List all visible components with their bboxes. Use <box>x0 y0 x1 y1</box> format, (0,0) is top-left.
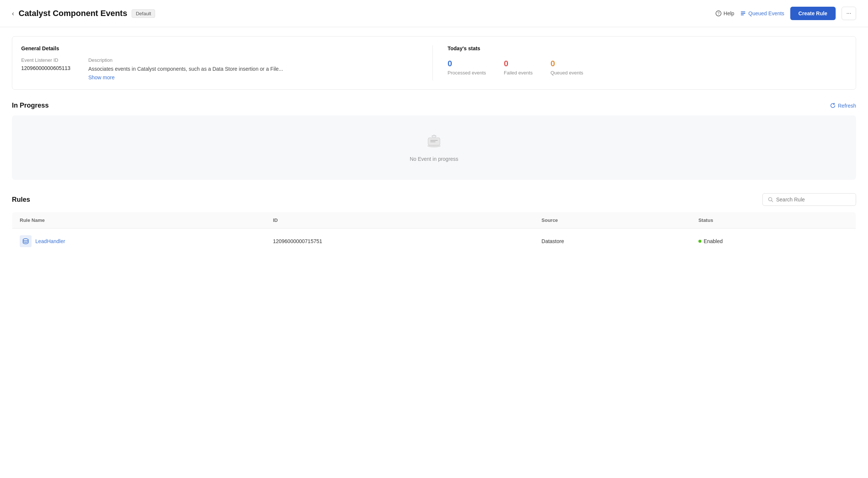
col-id: ID <box>266 212 534 229</box>
rule-name-group: LeadHandler <box>20 235 258 247</box>
failed-events-stat: 0 Failed events <box>504 59 533 76</box>
search-rule-container <box>762 193 856 206</box>
event-listener-id-value: 12096000000605113 <box>21 65 70 71</box>
failed-events-label: Failed events <box>504 70 533 76</box>
page-header: ‹ Catalyst Component Events Default ? He… <box>0 0 868 27</box>
processed-events-label: Processed events <box>448 70 486 76</box>
datastore-icon <box>22 238 29 245</box>
svg-rect-7 <box>430 140 438 141</box>
refresh-icon <box>830 103 836 108</box>
failed-events-count: 0 <box>504 59 533 68</box>
col-status: Status <box>691 212 856 229</box>
refresh-button[interactable]: Refresh <box>830 103 856 109</box>
queued-events-icon <box>740 10 746 16</box>
rules-section: Rules Rule Name ID Source Status <box>12 193 856 254</box>
in-progress-title: In Progress <box>12 102 49 109</box>
search-rule-input[interactable] <box>776 197 851 203</box>
header-left: ‹ Catalyst Component Events Default <box>12 9 711 18</box>
queued-events-stat: 0 Queued events <box>550 59 583 76</box>
todays-stats-title: Today's stats <box>448 45 847 51</box>
queued-events-count: 0 <box>550 59 583 68</box>
svg-rect-8 <box>430 141 435 142</box>
svg-rect-3 <box>741 13 745 14</box>
rules-table: Rule Name ID Source Status <box>12 212 856 254</box>
col-source: Source <box>534 212 691 229</box>
no-events-icon <box>425 133 443 148</box>
description-group: Description Associates events in Catalys… <box>88 57 283 80</box>
description-text: Associates events in Catalyst components… <box>88 65 283 73</box>
default-badge: Default <box>132 9 155 18</box>
rules-header: Rules <box>12 193 856 206</box>
event-listener-id-group: Event Listener ID 12096000000605113 <box>21 57 70 80</box>
description-label: Description <box>88 57 283 63</box>
col-rule-name: Rule Name <box>12 212 266 229</box>
in-progress-empty-state: No Event in progress <box>12 115 856 180</box>
status-enabled-badge: Enabled <box>698 238 848 244</box>
rule-name-link[interactable]: LeadHandler <box>35 238 65 244</box>
general-details-card: General Details Event Listener ID 120960… <box>12 36 856 90</box>
rules-title: Rules <box>12 196 30 204</box>
help-button[interactable]: ? Help <box>716 10 734 16</box>
table-row: LeadHandler 12096000000715751 Datastore … <box>12 229 856 254</box>
search-icon <box>768 197 773 202</box>
rule-icon <box>20 235 32 247</box>
back-button[interactable]: ‹ <box>12 10 14 17</box>
queued-events-button[interactable]: Queued Events <box>740 10 784 16</box>
empty-state-text: No Event in progress <box>21 156 847 162</box>
rule-status-cell: Enabled <box>691 229 856 254</box>
event-listener-id-label: Event Listener ID <box>21 57 70 63</box>
general-details-title: General Details <box>21 45 421 51</box>
create-rule-button[interactable]: Create Rule <box>790 7 836 20</box>
queued-events-label: Queued events <box>550 70 583 76</box>
rules-table-body: LeadHandler 12096000000715751 Datastore … <box>12 229 856 254</box>
rule-source-cell: Datastore <box>534 229 691 254</box>
svg-rect-2 <box>741 12 745 12</box>
svg-line-13 <box>772 201 773 202</box>
empty-state-icon <box>21 133 847 152</box>
page-title: Catalyst Component Events <box>19 9 127 18</box>
todays-stats-section: Today's stats 0 Processed events 0 Faile… <box>433 45 847 80</box>
rule-id-cell: 12096000000715751 <box>266 229 534 254</box>
stats-row: 0 Processed events 0 Failed events 0 Que… <box>448 59 847 76</box>
help-icon: ? <box>716 10 721 16</box>
rule-name-cell: LeadHandler <box>12 229 266 254</box>
svg-point-14 <box>23 239 28 241</box>
processed-events-stat: 0 Processed events <box>448 59 486 76</box>
more-options-button[interactable]: ··· <box>842 7 856 20</box>
main-content: General Details Event Listener ID 120960… <box>0 27 868 272</box>
status-dot <box>698 240 701 243</box>
processed-events-count: 0 <box>448 59 486 68</box>
general-details-section: General Details Event Listener ID 120960… <box>21 45 433 80</box>
general-details-fields: Event Listener ID 12096000000605113 Desc… <box>21 57 421 80</box>
show-more-link[interactable]: Show more <box>88 74 283 80</box>
rules-table-header: Rule Name ID Source Status <box>12 212 856 229</box>
header-right: ? Help Queued Events Create Rule ··· <box>716 7 856 20</box>
svg-rect-4 <box>741 15 744 15</box>
svg-text:?: ? <box>717 12 720 16</box>
in-progress-section: In Progress Refresh <box>12 102 856 180</box>
in-progress-header: In Progress Refresh <box>12 102 856 109</box>
